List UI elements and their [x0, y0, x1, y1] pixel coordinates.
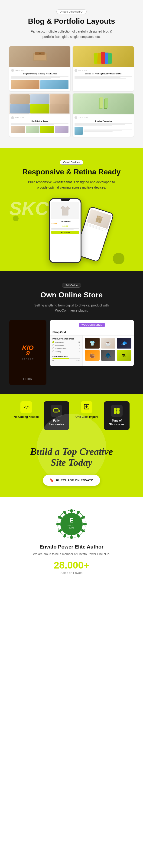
tshirt-sub: FTION [23, 378, 33, 380]
woo-product-3[interactable]: 🧢 Navy Cap $22.00 [117, 338, 132, 348]
feature-shortcodes-icon-box [111, 405, 122, 417]
feature-no-coding: </> No Coding Needed [13, 401, 39, 430]
shortcodes-icon [113, 408, 120, 414]
graffiti-decoration: SKC [9, 199, 48, 218]
svg-rect-22 [53, 408, 58, 412]
blog-card-4-lines [74, 123, 132, 126]
svg-rect-18 [96, 215, 103, 223]
woo-cat-business[interactable]: Business Cards 5 [52, 347, 80, 350]
blog-card-1-date: Jan 12, 2024 [15, 70, 24, 71]
svg-text:E: E [69, 517, 73, 524]
woo-product-6[interactable]: 🛍 Green Tote $28.00 [117, 350, 132, 361]
woo-price-filter: Filter by Price $0 $100 [52, 355, 80, 362]
blog-card-3-img [9, 93, 70, 115]
blog-card-4-title: Creative Packaging [74, 120, 132, 122]
blog-card-2-img [73, 46, 134, 67]
blog-card-1-avatar [11, 69, 14, 72]
woo-product-2[interactable]: ☕ White Mug $18.00 [101, 338, 116, 348]
svg-rect-28 [114, 408, 116, 411]
svg-text:</>: </> [24, 405, 30, 409]
circle-decoration-1 [113, 253, 124, 265]
woo-products: 👕 T-Shirt Black $25.00 ☕ White Mug $1 [83, 336, 134, 366]
blog-card-2: Feb 5, 2024 Source for Printing Industry… [73, 46, 134, 91]
feature-responsive-icon-box [50, 405, 62, 417]
responsive-icon [53, 408, 60, 414]
woo-grid: Product Categories All Products 12 Acces… [50, 336, 134, 366]
woo-price-title: Filter by Price [52, 355, 80, 358]
store-desc: Selling anything from digital to physica… [27, 303, 116, 313]
svg-rect-17 [105, 98, 108, 107]
circle-decoration-2 [13, 216, 19, 221]
blog-card-1-title: Blog for Printing Industry Trend & Tips [11, 73, 69, 75]
responsive-section: On All Devices Responsive & Retina Ready… [0, 148, 143, 271]
phone-main-body: Product Name ★★★★★ $29.99 Add to Cart [49, 198, 81, 263]
blog-desc: Fantastic, multiple collection of carefu… [27, 29, 116, 39]
device-mockup: SKC Product Name [9, 197, 134, 271]
envato-title: Envato Power Elite Author [9, 544, 134, 550]
code-icon: </> [23, 404, 30, 410]
woo-prod-1-img: 👕 [85, 338, 100, 348]
blog-card-3-avatar [11, 116, 14, 119]
woo-price-fill [52, 358, 69, 359]
woo-prod-6-img: 🛍 [117, 350, 132, 361]
woo-product-1[interactable]: 👕 T-Shirt Black $25.00 [85, 338, 100, 348]
blog-card-2-body: Feb 5, 2024 Source for Printing Industry… [73, 67, 134, 80]
svg-rect-27 [84, 408, 89, 409]
store-section: Sell Online Own Online Store Selling any… [0, 271, 143, 394]
blog-card-2-lines [74, 76, 132, 79]
price-max: $100 [76, 360, 80, 362]
store-content: KIO9 STREET FTION WOOCOMMERCE Shop Grid … [9, 320, 134, 385]
blog-section: Unique Collection Of Blog & Portfolio La… [0, 0, 143, 148]
woo-categories: Product Categories All Products 12 Acces… [52, 338, 80, 353]
store-tag: Sell Online [62, 283, 81, 288]
svg-rect-14 [100, 97, 103, 108]
woo-shop-title: Shop Grid [52, 331, 132, 334]
svg-point-34 [70, 509, 73, 513]
woo-product-5[interactable]: 🧥 Gray Hoodie $45.00 [101, 350, 116, 361]
tshirt-text: KIO9 [22, 345, 34, 356]
blog-card-3-lines [11, 123, 69, 125]
svg-rect-11 [108, 53, 112, 64]
woo-mockup: WOOCOMMERCE Shop Grid Product Categories… [50, 320, 134, 366]
svg-rect-29 [117, 408, 119, 411]
blog-card-2-avatar [74, 69, 77, 72]
blog-grid: Jan 12, 2024 Blog for Printing Industry … [9, 46, 134, 137]
woo-cat-accessories[interactable]: Accessories 3 [52, 344, 80, 347]
blog-card-2-date: Feb 5, 2024 [78, 70, 87, 71]
store-tshirt-image: KIO9 STREET FTION [9, 320, 46, 385]
phone-main-mockup: Product Name ★★★★★ $29.99 Add to Cart [49, 198, 81, 263]
woo-cat-clothing[interactable]: Clothing 8 [52, 350, 80, 353]
svg-rect-1 [34, 54, 46, 60]
blog-card-1-body: Jan 12, 2024 Blog for Printing Industry … [9, 67, 70, 91]
purchase-button[interactable]: 🔖 PURCHASE ON ENVATO [43, 475, 100, 486]
woo-cat-all[interactable]: All Products 12 [52, 341, 80, 344]
woo-cat-title: Product Categories [52, 338, 80, 340]
woo-prod-2-img: ☕ [101, 338, 116, 348]
svg-rect-25 [58, 410, 60, 412]
envato-desc: We are proud to be a member of Envato Po… [9, 552, 134, 556]
woo-sidebar: Product Categories All Products 12 Acces… [50, 336, 83, 366]
blog-card-3: Mar 8, 2024 Our Printing Cases [9, 93, 70, 137]
feature-shortcodes: Tons of Shortcodes [104, 401, 130, 430]
blog-card-4: Apr 15, 2024 Creative Packaging [73, 93, 134, 137]
envato-badge: E ENVATO ELITE [57, 509, 86, 539]
phone-notch [61, 199, 70, 201]
woo-prod-4-img: 👜 [85, 350, 100, 361]
svg-rect-24 [54, 412, 58, 412]
svg-point-33 [60, 513, 83, 535]
purchase-label: PURCHASE ON ENVATO [56, 478, 94, 482]
envato-section: E ENVATO ELITE Envato Power Elite Author… [0, 497, 143, 589]
envato-badge-svg: E ENVATO ELITE [57, 509, 86, 539]
feature-no-coding-icon-box: </> [21, 401, 32, 413]
svg-text:ELITE: ELITE [69, 527, 74, 529]
svg-rect-31 [117, 411, 119, 414]
import-icon [83, 404, 90, 410]
woo-product-4[interactable]: 👜 Orange Bag $35.00 [85, 350, 100, 361]
responsive-title: Responsive & Retina Ready [9, 167, 134, 176]
blog-card-4-date: Apr 15, 2024 [78, 117, 88, 118]
blog-card-3-date: Mar 8, 2024 [15, 117, 24, 118]
blog-card-1-lines [11, 76, 69, 79]
svg-text:ENVATO: ENVATO [68, 525, 75, 526]
blog-card-4-body: Apr 15, 2024 Creative Packaging [73, 115, 134, 137]
svg-rect-10 [105, 53, 109, 64]
